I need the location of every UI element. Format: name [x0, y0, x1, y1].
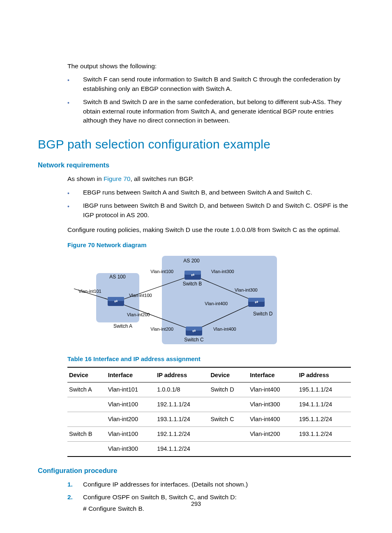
list-item: EBGP runs between Switch A and Switch B,… [38, 188, 354, 197]
output-bullets: Switch F can send route information to S… [38, 75, 354, 125]
netreq-lead: As shown in Figure 70, all switches run … [67, 174, 354, 183]
table-header-row: Device Interface IP address Device Inter… [67, 367, 351, 382]
figure-link[interactable]: Figure 70 [104, 175, 130, 182]
table-row: Switch B Vlan-int100 192.1.1.2/24 Vlan-i… [67, 427, 351, 442]
page-content: The output shows the following: Switch F… [38, 62, 354, 514]
table-caption: Table 16 Interface and IP address assign… [67, 355, 354, 364]
vlan-label: Vlan-int400 [205, 301, 228, 306]
vlan-label: Vlan-int101 [78, 289, 101, 294]
vlan-label: Vlan-int100 [129, 293, 152, 298]
table-row: Vlan-int200 193.1.1.1/24 Switch C Vlan-i… [67, 412, 351, 427]
list-item: Switch F can send route information to S… [38, 75, 354, 93]
table-row: Vlan-int300 194.1.1.2/24 [67, 442, 351, 457]
switch-b-label: Switch B [183, 281, 202, 287]
svg-text:⇄: ⇄ [191, 273, 194, 277]
text: , all switches run BGP. [130, 175, 194, 182]
switch-icon: ⇄ [108, 297, 124, 306]
svg-text:⇄: ⇄ [255, 300, 258, 304]
step-number: 1. [67, 480, 73, 489]
vlan-label: Vlan-int300 [235, 287, 258, 292]
list-item: IBGP runs between Switch B and Switch D,… [38, 201, 354, 220]
vlan-label: Vlan-int100 [150, 269, 173, 274]
figure-caption: Figure 70 Network diagram [67, 241, 354, 250]
network-requirements-heading: Network requirements [38, 160, 354, 170]
netreq-para: Configure routing policies, making Switc… [67, 225, 354, 234]
col-ip: IP address [155, 367, 209, 382]
table-row: Switch A Vlan-int101 1.0.0.1/8 Switch D … [67, 382, 351, 397]
section-heading: BGP path selection configuration example [38, 135, 354, 153]
col-device: Device [67, 367, 106, 382]
switch-icon: ⇄ [184, 271, 201, 280]
step-item: 1. Configure IP addresses for interfaces… [38, 480, 354, 489]
list-item: Switch B and Switch D are in the same co… [38, 97, 354, 125]
ip-assignment-table: Device Interface IP address Device Inter… [67, 367, 351, 457]
switch-icon: ⇄ [186, 327, 202, 336]
switch-c-label: Switch C [184, 337, 204, 343]
config-procedure-heading: Configuration procedure [38, 466, 354, 476]
svg-text:⇄: ⇄ [192, 329, 196, 333]
vlan-label: Vlan-int200 [150, 327, 173, 331]
network-diagram: ⇄ ⇄ ⇄ ⇄ AS 200 AS 100 Vlan-int101 Vlan-i… [67, 253, 354, 347]
vlan-label: Vlan-int300 [211, 269, 234, 274]
page-number: 293 [0, 500, 392, 508]
switch-a-label: Switch A [113, 323, 132, 329]
vlan-label: Vlan-int200 [127, 312, 150, 317]
step-text: Configure IP addresses for interfaces. (… [83, 481, 248, 488]
switch-icon: ⇄ [248, 298, 265, 307]
procedure-steps: 1. Configure IP addresses for interfaces… [38, 480, 354, 513]
netreq-bullets: EBGP runs between Switch A and Switch B,… [38, 188, 354, 220]
switch-d-label: Switch D [253, 311, 273, 317]
as200-label: AS 200 [183, 258, 200, 264]
svg-text:⇄: ⇄ [114, 299, 118, 304]
table-row: Vlan-int100 192.1.1.1/24 Vlan-int300 194… [67, 397, 351, 412]
output-lead: The output shows the following: [67, 62, 354, 71]
text: As shown in [67, 175, 104, 182]
as100-label: AS 100 [109, 274, 126, 280]
col-interface: Interface [106, 367, 156, 382]
col-device: Device [209, 367, 248, 382]
col-interface: Interface [248, 367, 297, 382]
col-ip: IP address [297, 367, 351, 382]
vlan-label: Vlan-int400 [213, 327, 236, 331]
